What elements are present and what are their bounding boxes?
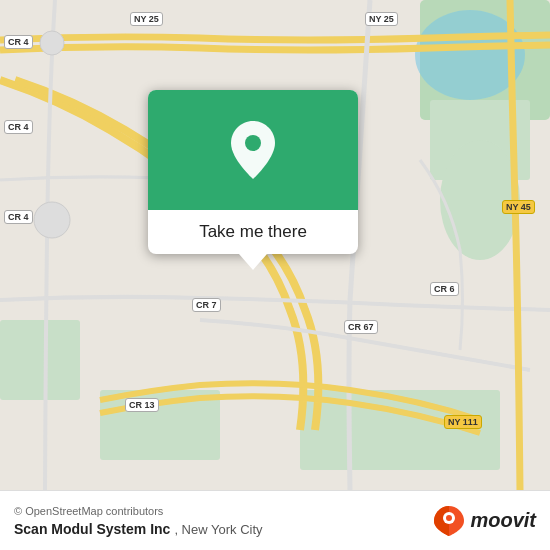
road-badge-cr13: CR 13 <box>125 398 159 412</box>
map-popup: Take me there <box>148 90 358 254</box>
popup-arrow <box>239 254 267 270</box>
moovit-text-label: moovit <box>470 509 536 532</box>
take-me-there-button[interactable]: Take me there <box>148 210 358 254</box>
road-badge-cr4-3: CR 4 <box>4 210 33 224</box>
svg-point-8 <box>34 202 70 238</box>
location-pin-icon <box>227 119 279 181</box>
location-name: Scan Modul System Inc <box>14 521 170 537</box>
location-info: © OpenStreetMap contributors Scan Modul … <box>14 505 432 537</box>
road-badge-ny25-right: NY 25 <box>365 12 398 26</box>
copyright-text: © OpenStreetMap contributors <box>14 505 432 517</box>
moovit-pin-icon <box>432 504 466 538</box>
road-badge-cr4-2: CR 4 <box>4 120 33 134</box>
location-city: , New York City <box>174 522 262 537</box>
road-badge-cr6: CR 6 <box>430 282 459 296</box>
svg-rect-3 <box>0 320 80 400</box>
road-badge-ny25-left: NY 25 <box>130 12 163 26</box>
map-container: NY 25 NY 25 CR 4 CR 4 CR 4 NY 45 CR 7 CR… <box>0 0 550 490</box>
road-badge-ny45: NY 45 <box>502 200 535 214</box>
popup-green-header <box>148 90 358 210</box>
svg-point-7 <box>40 31 64 55</box>
bottom-bar: © OpenStreetMap contributors Scan Modul … <box>0 490 550 550</box>
svg-point-10 <box>245 135 261 151</box>
road-badge-cr7: CR 7 <box>192 298 221 312</box>
svg-point-12 <box>446 515 452 521</box>
road-badge-cr4-1: CR 4 <box>4 35 33 49</box>
moovit-logo: moovit <box>432 504 536 538</box>
road-badge-ny111: NY 111 <box>444 415 482 429</box>
road-badge-cr67: CR 67 <box>344 320 378 334</box>
